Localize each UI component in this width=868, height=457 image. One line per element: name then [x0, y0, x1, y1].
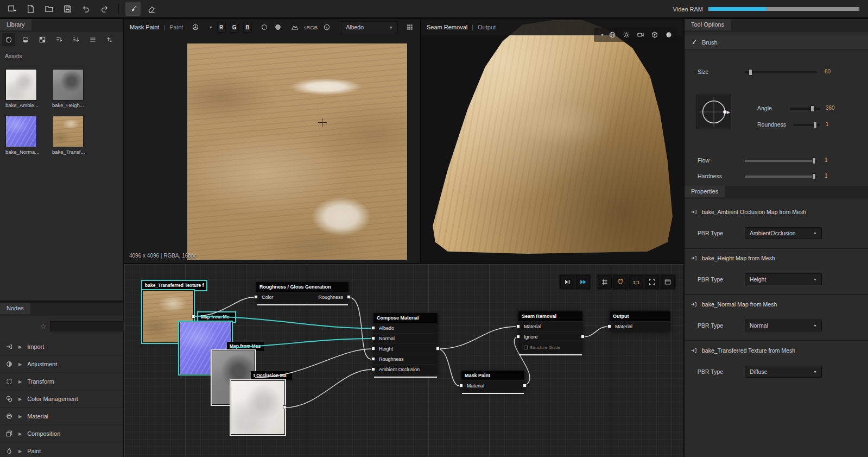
node-pin-output[interactable] [192, 315, 195, 318]
info-icon[interactable] [322, 21, 331, 33]
brush-tool-button[interactable] [125, 2, 141, 16]
asset-thumbnail-normal[interactable] [5, 116, 37, 147]
flow-value[interactable]: 1 [825, 157, 828, 163]
node-pin-input[interactable] [459, 384, 463, 387]
magnet-snap-button[interactable] [613, 275, 628, 289]
open-file-button[interactable] [41, 2, 56, 16]
hardness-slider[interactable] [745, 176, 817, 178]
list-view-icon[interactable] [86, 33, 99, 46]
eraser-tool-button[interactable] [144, 2, 159, 16]
circle-filled-button[interactable] [273, 21, 282, 33]
tab-tool-options[interactable]: Tool Options [685, 19, 731, 30]
hardness-slider-handle[interactable] [812, 173, 816, 180]
grid-snap-button[interactable] [598, 275, 612, 289]
camera-icon[interactable] [635, 29, 647, 41]
property-group-ao[interactable]: bake_Ambient Occlusion Map from Mesh [685, 205, 868, 218]
asset-item-normal[interactable]: bake_Norma... [5, 116, 50, 155]
new-window-button[interactable] [661, 275, 675, 289]
color-wheel-button[interactable] [191, 21, 200, 33]
zoom-actual-size-button[interactable]: 1:1 [629, 275, 643, 289]
roundness-slider[interactable] [793, 124, 820, 126]
node-category-import[interactable]: ▶ Import [0, 339, 123, 355]
roundness-slider-handle[interactable] [813, 122, 817, 128]
tab-nodes[interactable]: Nodes [0, 303, 30, 314]
node-category-transform[interactable]: ▶ Transform [0, 373, 123, 390]
view-2d-panel[interactable]: 4096 x 4096 | RGBA, 16bpc Mask Paint | P… [124, 19, 420, 263]
canvas-2d[interactable]: 4096 x 4096 | RGBA, 16bpc [124, 19, 420, 263]
graph-node-mask-paint[interactable]: Mask Paint Material [461, 371, 524, 391]
pbr-type-select-height[interactable]: Height▼ [745, 273, 822, 285]
circle-outline-button[interactable] [259, 21, 269, 33]
node-category-material[interactable]: ▶ Material [0, 408, 123, 425]
node-pin-input[interactable] [516, 335, 520, 339]
expand-arrow-icon[interactable]: ▶ [18, 345, 22, 349]
texture-2d-image[interactable] [187, 43, 407, 260]
node-pin-input[interactable] [516, 324, 520, 328]
srgb-toggle[interactable]: sRGB [304, 24, 318, 30]
graph-node-seam-removal[interactable]: Seam Removal Material Ignore Structure G… [518, 311, 582, 352]
node-pin-input[interactable] [371, 326, 375, 330]
layout-grid-button[interactable] [406, 21, 415, 33]
angle-value[interactable]: 360 [826, 105, 835, 111]
size-slider[interactable] [745, 71, 817, 73]
view-3d-panel[interactable]: Seam Removal | Output ▼ [421, 19, 683, 263]
color-wheel-caret-icon[interactable]: ▼ [209, 26, 213, 29]
expand-arrow-icon[interactable]: ▶ [18, 397, 22, 402]
pbr-type-select-diffuse[interactable]: Diffuse▼ [745, 366, 822, 378]
property-group-height[interactable]: bake_Height Map from Mesh [685, 252, 868, 265]
mesh-3d-render[interactable] [428, 20, 677, 254]
graph-node-compose-material[interactable]: Compose Material Albedo Normal Height Ro… [373, 313, 438, 374]
asset-item-ambient-occlusion[interactable]: bake_Ambie... [5, 69, 50, 108]
structure-guide-checkbox[interactable] [524, 346, 528, 349]
favorites-star-icon[interactable]: ☆ [40, 322, 47, 330]
new-file-button[interactable] [23, 2, 38, 16]
chevron-down-icon[interactable]: ▼ [600, 33, 604, 37]
property-group-normal[interactable]: bake_Normal Map from Mesh [685, 298, 868, 311]
filter-sphere-icon[interactable] [19, 33, 32, 46]
sort-updown-icon[interactable] [103, 33, 116, 46]
size-value[interactable]: 60 [825, 68, 831, 74]
asset-item-height[interactable]: bake_Heigh... [52, 69, 97, 108]
node-pin-output[interactable] [523, 384, 527, 387]
node-category-composition[interactable]: ▶ Composition [0, 425, 123, 442]
size-slider-handle[interactable] [749, 69, 752, 76]
node-thumbnail-ao[interactable] [231, 380, 285, 435]
sort-alpha-icon[interactable] [53, 33, 66, 46]
channel-b-button[interactable]: B [243, 22, 252, 33]
tab-properties[interactable]: Properties [685, 186, 725, 197]
asset-thumbnail-height[interactable] [52, 69, 84, 101]
node-pin-input[interactable] [371, 357, 375, 361]
tab-library[interactable]: Library [0, 19, 31, 30]
mesh-cube-icon[interactable] [649, 29, 661, 41]
filter-texture-icon[interactable] [36, 33, 49, 46]
node-graph-panel[interactable]: bake_Transferred Texture f Map from Me M… [124, 264, 683, 457]
node-pin-output[interactable] [581, 335, 585, 339]
node-category-color-management[interactable]: ▶ Color Management [0, 391, 123, 408]
filter-materials-icon[interactable] [2, 33, 15, 46]
node-pin-input[interactable] [371, 367, 375, 371]
node-pin-output[interactable] [283, 405, 287, 409]
nodes-search-input[interactable] [50, 321, 127, 331]
roundness-value[interactable]: 1 [826, 121, 829, 127]
import-resource-button[interactable] [4, 2, 20, 16]
save-button[interactable] [60, 2, 75, 16]
channel-g-button[interactable]: G [230, 22, 239, 33]
histogram-button[interactable] [290, 21, 299, 33]
hardness-value[interactable]: 1 [825, 173, 828, 179]
node-pin-input[interactable] [254, 295, 258, 299]
graph-node-output[interactable]: Output Material [610, 311, 670, 331]
render-settings-icon[interactable] [620, 29, 632, 41]
node-pin-input[interactable] [607, 324, 611, 328]
expand-arrow-icon[interactable]: ▶ [18, 449, 22, 454]
expand-arrow-icon[interactable]: ▶ [18, 431, 22, 436]
flow-slider[interactable] [745, 160, 817, 162]
node-pin-input[interactable] [371, 336, 375, 340]
material-sphere-icon[interactable] [663, 29, 675, 41]
fit-view-button[interactable] [645, 275, 659, 289]
node-pin-output[interactable] [347, 295, 351, 299]
sort-desc-icon[interactable] [69, 33, 83, 46]
channel-map-select[interactable]: Albedo ▼ [341, 21, 397, 33]
undo-button[interactable] [78, 2, 93, 16]
pbr-type-select-ao[interactable]: AmbientOcclusion▼ [745, 227, 822, 239]
angle-slider[interactable] [790, 108, 820, 110]
